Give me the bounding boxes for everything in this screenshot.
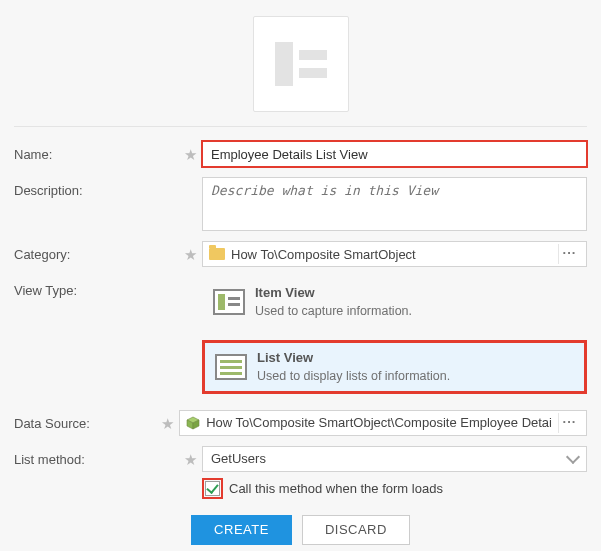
- divider: [14, 126, 587, 127]
- data-source-value: How To\Composite SmartObject\Composite E…: [206, 415, 552, 430]
- required-star-icon: ★: [184, 446, 196, 469]
- discard-button[interactable]: DISCARD: [302, 515, 410, 545]
- header-icon-area: [14, 10, 587, 126]
- call-method-checkbox[interactable]: [205, 481, 220, 496]
- call-method-label: Call this method when the form loads: [229, 481, 443, 496]
- list-method-value: GetUsers: [211, 451, 562, 466]
- data-source-picker[interactable]: How To\Composite SmartObject\Composite E…: [179, 410, 587, 436]
- label-list-method: List method:: [14, 446, 184, 467]
- list-method-select[interactable]: GetUsers: [202, 446, 587, 472]
- name-input[interactable]: [202, 141, 587, 167]
- category-value: How To\Composite SmartObject: [231, 247, 552, 262]
- label-data-source: Data Source:: [14, 410, 161, 431]
- view-type-desc: Used to display lists of information.: [257, 368, 450, 385]
- form-type-icon: [253, 16, 349, 112]
- view-type-title: List View: [257, 349, 450, 367]
- view-type-list[interactable]: List View Used to display lists of infor…: [202, 340, 587, 393]
- smartobject-icon: [186, 416, 200, 430]
- browse-icon[interactable]: ···: [558, 244, 580, 264]
- label-category: Category:: [14, 241, 184, 262]
- label-view-type: View Type:: [14, 277, 184, 298]
- checkbox-highlight: [202, 478, 223, 499]
- create-button[interactable]: CREATE: [191, 515, 292, 545]
- description-input[interactable]: [202, 177, 587, 231]
- category-picker[interactable]: How To\Composite SmartObject ···: [202, 241, 587, 267]
- view-type-item[interactable]: Item View Used to capture information.: [202, 277, 587, 326]
- view-type-title: Item View: [255, 284, 412, 302]
- label-description: Description:: [14, 177, 184, 198]
- folder-icon: [209, 248, 225, 260]
- list-view-icon: [215, 354, 247, 380]
- required-star-icon: ★: [184, 141, 196, 164]
- chevron-down-icon: [566, 450, 580, 464]
- browse-icon[interactable]: ···: [558, 413, 580, 433]
- label-name: Name:: [14, 141, 184, 162]
- view-type-desc: Used to capture information.: [255, 303, 412, 320]
- required-star-icon: ★: [184, 241, 196, 264]
- required-star-icon: ★: [161, 410, 173, 433]
- item-view-icon: [213, 289, 245, 315]
